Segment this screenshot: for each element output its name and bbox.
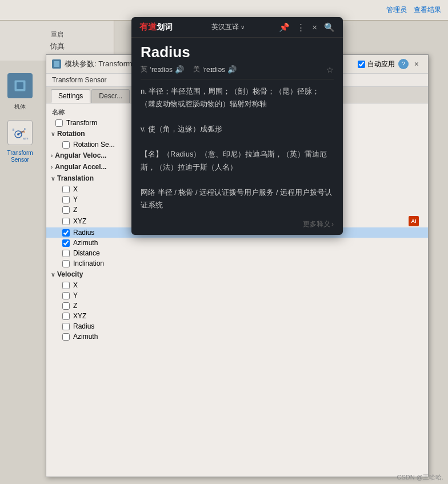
checkbox-tx[interactable]: [62, 186, 70, 193]
check-vz[interactable]: Z: [46, 301, 428, 311]
phonetic-us: 美 ˈreɪdiəs 🔊: [193, 65, 237, 74]
tab-description[interactable]: Descr...: [91, 89, 130, 103]
velocity-arrow: ∨: [51, 271, 55, 278]
auto-apply-checkbox[interactable]: [358, 61, 365, 68]
label-tinclination: Inclination: [73, 259, 104, 267]
check-tinclination[interactable]: Inclination: [46, 258, 428, 269]
checkbox-transform[interactable]: [55, 119, 63, 127]
ai-badge: AI: [409, 216, 419, 226]
lang-selector[interactable]: 英汉互译 ∨: [211, 22, 245, 32]
label-vy: Y: [73, 291, 78, 299]
body-icon[interactable]: [7, 73, 33, 98]
top-bar-links: 管理员 查看结果: [386, 5, 441, 15]
check-vy[interactable]: Y: [46, 290, 428, 301]
tab-settings[interactable]: Settings: [51, 89, 90, 103]
label-tradius: Radius: [73, 229, 94, 237]
checkbox-vazimuth[interactable]: [62, 333, 70, 341]
left-icons-area: 机体 azm rad B F Transform Sensor: [0, 69, 40, 168]
svg-text:B: B: [13, 128, 15, 131]
checkbox-vxyz[interactable]: [62, 313, 70, 320]
translation-label: Translation: [57, 174, 94, 182]
sim-label[interactable]: 仿真: [50, 41, 65, 51]
youdao-phonetic: 英 ˈreɪdiəs 🔊 美 ˈreɪdiəs 🔊 ☆: [131, 63, 343, 79]
label-rotation-sensor: Rotation Se...: [73, 141, 115, 149]
def-noun: n. 半径；半径范围，周围；（剖）桡骨；（昆）径脉；（棘皮动物或腔肠动物的）辐射…: [141, 85, 334, 110]
sensor-type-label: Transform Sensor: [52, 76, 107, 84]
label-tazimuth: Azimuth: [73, 239, 98, 247]
check-tazimuth[interactable]: Azimuth: [46, 238, 428, 248]
star-button[interactable]: ☆: [326, 65, 334, 74]
close-button-yd[interactable]: ×: [312, 22, 317, 32]
speaker-us[interactable]: 🔊: [227, 65, 237, 74]
close-button[interactable]: ×: [411, 58, 422, 70]
youdao-header: 有道 划词 英汉互译 ∨ 📌 ⋮ × 🔍: [131, 17, 343, 38]
checkbox-vx[interactable]: [62, 282, 70, 289]
auto-apply-label: 自动应用: [367, 59, 395, 69]
checkbox-rotation-sensor[interactable]: [62, 141, 70, 149]
check-vazimuth[interactable]: Azimuth: [46, 331, 428, 342]
results-label[interactable]: 查看结果: [414, 5, 441, 15]
back-label[interactable]: 重启: [51, 30, 63, 39]
angular-accel-arrow: ›: [51, 164, 53, 170]
rotation-arrow: ∨: [51, 131, 55, 137]
svg-rect-1: [17, 82, 23, 89]
rotation-label: Rotation: [57, 130, 85, 138]
checkbox-vradius[interactable]: [62, 323, 70, 330]
def-network: 网络 半径 / 桡骨 / 远程认证拨号用户服务 / 远程用户拨号认证系统: [141, 186, 334, 211]
checkbox-tazimuth[interactable]: [62, 239, 70, 247]
svg-text:azm: azm: [23, 137, 28, 140]
check-vxyz[interactable]: XYZ: [46, 311, 428, 321]
youdao-definitions: n. 半径；半径范围，周围；（剖）桡骨；（昆）径脉；（棘皮动物或腔肠动物的）辐射…: [131, 79, 343, 217]
angular-accel-label: Angular Accel...: [55, 163, 106, 171]
checkbox-vy[interactable]: [62, 292, 70, 299]
body-label: 机体: [14, 103, 26, 111]
label-vz: Z: [73, 302, 77, 310]
label-transform: Transform: [66, 119, 97, 127]
help-button[interactable]: ?: [398, 59, 409, 69]
titlebar-right: 自动应用 ? ×: [358, 58, 422, 70]
svg-text:F: F: [24, 127, 26, 131]
label-vx: X: [73, 281, 78, 289]
auto-apply-container[interactable]: 自动应用: [358, 59, 395, 69]
section-velocity[interactable]: ∨ Velocity: [46, 269, 428, 280]
label-tz: Z: [73, 206, 77, 214]
checkbox-tradius[interactable]: [62, 229, 70, 237]
transform-sensor-icon[interactable]: azm rad B F: [7, 120, 33, 145]
checkbox-tinclination[interactable]: [62, 260, 70, 267]
logo-word: 划词: [157, 22, 173, 33]
label-ty: Y: [73, 195, 78, 203]
label-txyz: XYZ: [73, 217, 86, 225]
checkbox-ty[interactable]: [62, 196, 70, 203]
label-tx: X: [73, 185, 78, 193]
label-vxyz: XYZ: [73, 312, 86, 320]
translation-arrow: ∨: [51, 175, 55, 182]
checkbox-txyz[interactable]: [62, 218, 70, 225]
def-verb: v. 使（角，边缘）成弧形: [141, 123, 334, 135]
check-vradius[interactable]: Radius: [46, 321, 428, 331]
more-button[interactable]: ⋮: [297, 22, 305, 33]
more-meanings-link[interactable]: 更多释义 ›: [131, 217, 343, 235]
ts-label[interactable]: Transform Sensor: [7, 150, 33, 163]
check-vx[interactable]: X: [46, 280, 428, 290]
youdao-word: Radius: [131, 38, 343, 63]
logo-red: 有道: [139, 22, 157, 33]
checkbox-tz[interactable]: [62, 206, 70, 214]
phonetic-en: 英 ˈreɪdiəs 🔊: [141, 65, 184, 74]
search-button[interactable]: 🔍: [324, 22, 335, 33]
pin-button[interactable]: 📌: [279, 22, 290, 33]
youdao-popup: 有道 划词 英汉互译 ∨ 📌 ⋮ × 🔍 Radius 英 ˈreɪdiəs 🔊…: [131, 17, 343, 235]
velocity-label: Velocity: [57, 270, 83, 278]
checkbox-tdistance[interactable]: [62, 250, 70, 257]
header-icons: 📌 ⋮ × 🔍: [279, 22, 335, 33]
label-vazimuth: Azimuth: [73, 333, 98, 341]
speaker-en[interactable]: 🔊: [175, 65, 184, 74]
angular-velocity-label: Angular Veloc...: [55, 151, 106, 159]
check-tdistance[interactable]: Distance: [46, 248, 428, 258]
youdao-logo: 有道 划词: [139, 22, 173, 33]
angular-velocity-arrow: ›: [51, 153, 53, 159]
admin-label[interactable]: 管理员: [386, 5, 407, 15]
checkbox-vz[interactable]: [62, 302, 70, 310]
watermark: CSDN @王哈哈.: [397, 473, 443, 482]
label-tdistance: Distance: [73, 249, 100, 257]
right-options: 自动应用 ?: [358, 59, 409, 69]
